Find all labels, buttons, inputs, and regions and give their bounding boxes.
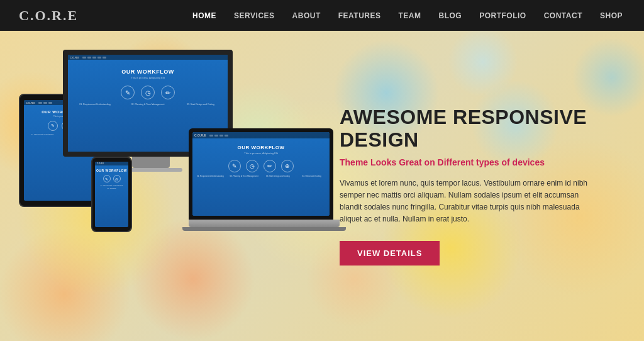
- header: C.O.R.E HOME SERVICES ABOUT FEATURES TEA…: [0, 0, 644, 31]
- nav-item-team[interactable]: TEAM: [390, 0, 430, 31]
- nav-item-home[interactable]: HOME: [184, 0, 225, 31]
- tablet-step-1: 01. Requirement Understanding: [26, 133, 58, 135]
- laptop-icon-4: ⊕: [281, 160, 294, 172]
- tablet-nav-item: [38, 102, 42, 104]
- tablet-nav-item: [48, 102, 52, 104]
- nav-item-about[interactable]: ABOUT: [284, 0, 330, 31]
- logo[interactable]: C.O.R.E: [19, 8, 78, 24]
- laptop-steps: 01. Requirement Understanding 02. Planni…: [192, 176, 330, 178]
- laptop-screen: C.O.R.E OUR WORKFLOW This is process, Ad…: [192, 132, 330, 216]
- monitor-screen-icons: ✎ ◷ ✏: [68, 86, 228, 99]
- nav-item-services[interactable]: SERVICES: [225, 0, 283, 31]
- monitor-nav-item: [87, 57, 91, 59]
- laptop-base: [189, 220, 340, 227]
- hero-heading: AWESOME RESPONSIVE DESIGN: [340, 106, 613, 150]
- phone-step-1: 01. Requirement Understanding: [95, 184, 128, 186]
- laptop-screen-logo: C.O.R.E: [194, 133, 206, 137]
- laptop-nav-item: [219, 135, 223, 137]
- monitor-nav-item: [97, 57, 101, 59]
- laptop-screen-title: OUR WORKFLOW: [192, 145, 330, 150]
- nav-item-features[interactable]: FEATURES: [330, 0, 390, 31]
- monitor-stand: [132, 157, 170, 168]
- phone-step-2: 02. Planning: [95, 187, 128, 189]
- hero-subheading: Theme Looks Great on Different types of …: [340, 157, 613, 167]
- laptop-step-3: 03. Start Design and Coding: [263, 176, 294, 178]
- nav-item-shop[interactable]: SHOP: [591, 0, 631, 31]
- hero-content: AWESOME RESPONSIVE DESIGN Theme Looks Gr…: [327, 106, 644, 265]
- nav-item-blog[interactable]: BLOG: [430, 0, 471, 31]
- monitor-steps: 01. Requirement Understanding 02. Planni…: [68, 103, 228, 106]
- monitor-icon-1: ✎: [121, 86, 135, 99]
- laptop-nav-item: [225, 135, 228, 137]
- monitor-screen-logo: C.O.R.E: [70, 56, 79, 59]
- phone-icon-2: ◷: [113, 175, 121, 182]
- laptop-nav-item: [214, 135, 218, 137]
- cta-button[interactable]: VIEW DETAILS: [340, 241, 440, 266]
- nav-item-portfolio[interactable]: PORTFOLIO: [470, 0, 535, 31]
- monitor-icon-2: ◷: [141, 86, 155, 99]
- laptop-screen-subtitle: This is process, Adipiscing Elit: [192, 152, 330, 155]
- laptop-step-2: 02. Planning & Time Management: [229, 176, 260, 178]
- monitor-screen-title: OUR WORKFLOW: [68, 69, 228, 75]
- laptop-icon-1: ✎: [228, 160, 241, 172]
- laptop-step-1: 01. Requirement Understanding: [195, 176, 226, 178]
- hero-body-text: Vivamus et lorem nunc, quis tempor lacus…: [340, 177, 591, 226]
- laptop-screen-wrap: C.O.R.E OUR WORKFLOW This is process, Ad…: [189, 128, 333, 220]
- tablet-nav-item: [43, 102, 47, 104]
- nav-item-contact[interactable]: CONTACT: [535, 0, 591, 31]
- phone-screen-icons: ✎ ◷: [95, 175, 128, 182]
- laptop-icon-2: ◷: [246, 160, 258, 172]
- hero-section: C.O.R.E OUR WORKFLOW This is process ✎ ◷…: [0, 31, 644, 341]
- monitor-nav-item: [92, 57, 96, 59]
- laptop-screen-icons: ✎ ◷ ✏ ⊕: [192, 160, 330, 172]
- tablet-icon-1: ✎: [48, 121, 58, 131]
- main-nav: HOME SERVICES ABOUT FEATURES TEAM BLOG P…: [184, 0, 631, 31]
- device-mockups: C.O.R.E OUR WORKFLOW This is process ✎ ◷…: [0, 31, 327, 341]
- monitor-screen-subtitle: This is process, Adipiscing Elit: [68, 76, 228, 79]
- monitor-icon-3: ✏: [161, 86, 175, 99]
- laptop-icon-3: ✏: [264, 160, 276, 172]
- phone-screen: C.O.R.E OUR WORKFLOW ✎ ◷ 01. Requirement…: [95, 162, 128, 227]
- monitor-step-1: 01. Requirement Understanding: [70, 103, 119, 106]
- phone-icon-1: ✎: [103, 175, 111, 182]
- phone-mockup: C.O.R.E OUR WORKFLOW ✎ ◷ 01. Requirement…: [91, 157, 132, 232]
- monitor-nav-item: [103, 57, 106, 59]
- monitor-step-3: 03. Start Design and Coding: [176, 103, 225, 106]
- laptop-bottom: [182, 227, 346, 231]
- phone-screen-title: OUR WORKFLOW: [95, 169, 128, 172]
- laptop-step-4: 04. Online with Coding: [296, 176, 327, 178]
- phone-screen-logo: C.O.R.E: [97, 162, 104, 165]
- monitor-step-2: 02. Planning & Time Management: [123, 103, 172, 106]
- tablet-screen-logo: C.O.R.E: [26, 101, 35, 104]
- laptop-mockup: C.O.R.E OUR WORKFLOW This is process, Ad…: [189, 128, 340, 235]
- monitor-nav-item: [82, 57, 86, 59]
- laptop-nav-item: [209, 135, 213, 137]
